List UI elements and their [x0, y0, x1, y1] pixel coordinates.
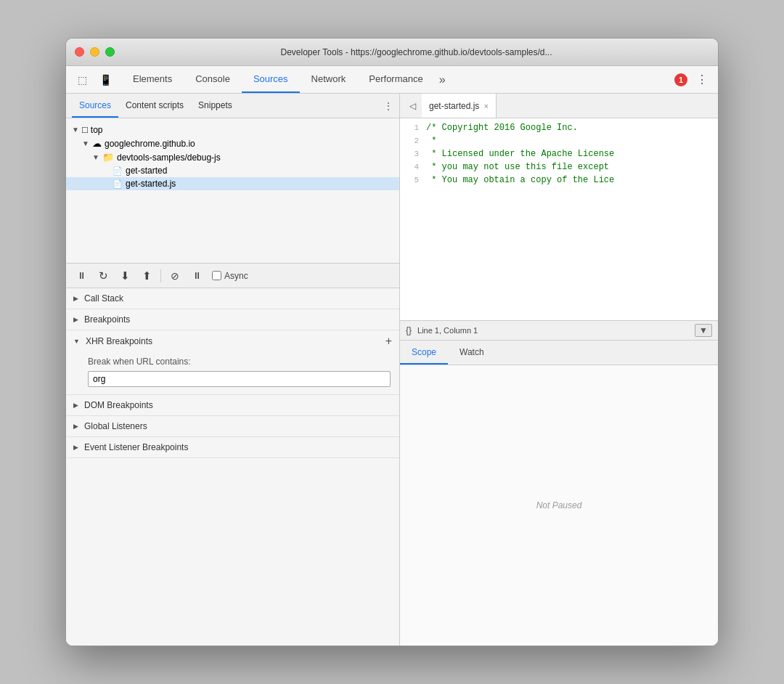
debug-toolbar: ⏸ ↻ ⬇ ⬆ ⊘ ⏸ Async: [66, 264, 399, 288]
code-editor[interactable]: 1 /* Copyright 2016 Google Inc. 2 * 3 * …: [400, 118, 718, 320]
pause-button[interactable]: ⏸: [72, 266, 91, 285]
left-panel: Sources Content scripts Snippets ⋮ ▼ □ t…: [66, 94, 400, 646]
editor-tab-close[interactable]: ×: [483, 102, 488, 110]
tab-elements[interactable]: Elements: [121, 66, 184, 93]
window-title: Developer Tools - https://googlechrome.g…: [123, 47, 709, 57]
titlebar: Developer Tools - https://googlechrome.g…: [66, 38, 718, 66]
editor-tabs: ◁ get-started.js ×: [400, 94, 718, 118]
async-checkbox-area: Async: [212, 271, 248, 281]
tab-watch[interactable]: Watch: [448, 341, 496, 365]
editor-status: {} Line 1, Column 1 ▼: [400, 320, 718, 341]
breakpoints-arrow: ▶: [73, 316, 78, 323]
error-count-area: 1: [674, 73, 687, 86]
step-into-button[interactable]: ⬇: [115, 266, 134, 285]
code-line-1: 1 /* Copyright 2016 Google Inc.: [400, 121, 718, 134]
xhr-break-label: Break when URL contains:: [88, 357, 391, 367]
right-panel: ◁ get-started.js × 1 /* Copyright 2016 G…: [400, 94, 718, 646]
debug-sep: [160, 269, 161, 282]
tab-sources[interactable]: Sources: [242, 66, 300, 93]
cloud-icon: ☁: [92, 138, 102, 149]
code-area: ◁ get-started.js × 1 /* Copyright 2016 G…: [400, 94, 718, 341]
event-listener-section: ▶ Event Listener Breakpoints: [66, 437, 399, 458]
async-checkbox[interactable]: [212, 271, 221, 280]
device-icon[interactable]: 📱: [95, 70, 115, 89]
subtab-sources[interactable]: Sources: [72, 94, 118, 118]
error-badge: 1: [674, 73, 687, 86]
code-line-3: 3 * Licensed under the Apache License: [400, 147, 718, 160]
toolbar-right: 1 ⋮: [674, 70, 712, 89]
code-line-4: 4 * you may not use this file except: [400, 160, 718, 174]
tree-item-top[interactable]: ▼ □ top: [66, 123, 399, 137]
subtab-snippets[interactable]: Snippets: [191, 94, 240, 118]
devtools-window: Developer Tools - https://googlechrome.g…: [65, 38, 719, 646]
xhr-content: Break when URL contains:: [66, 352, 399, 394]
tab-console[interactable]: Console: [184, 66, 242, 93]
sources-subtabs: Sources Content scripts Snippets ⋮: [66, 94, 399, 118]
file-icon-gs: 📄: [113, 166, 123, 176]
call-stack-header[interactable]: ▶ Call Stack: [66, 288, 399, 309]
step-over-button[interactable]: ↻: [94, 266, 113, 285]
xhr-url-input[interactable]: [88, 371, 391, 387]
scope-watch-panel: Scope Watch Not Paused: [400, 341, 718, 646]
breakpoints-section: ▶ Breakpoints: [66, 309, 399, 330]
js-file-icon: 📄: [113, 179, 123, 189]
subtab-content-scripts[interactable]: Content scripts: [118, 94, 191, 118]
tree-item-get-started-js[interactable]: ▶ 📄 get-started.js: [66, 177, 399, 190]
code-line-2: 2 *: [400, 134, 718, 147]
global-listeners-header[interactable]: ▶ Global Listeners: [66, 416, 399, 436]
xhr-breakpoints-section: ▼ XHR Breakpoints + Break when URL conta…: [66, 330, 399, 395]
file-tree: ▼ □ top ▼ ☁ googlechrome.github.io ▼ 📁 d…: [66, 118, 399, 264]
folder-icon: 📁: [102, 152, 114, 163]
close-button[interactable]: [75, 47, 84, 57]
step-out-button[interactable]: ⬆: [137, 266, 156, 285]
toolbar-icons: ⬚ 📱: [72, 70, 115, 89]
coverage-button[interactable]: ▼: [695, 324, 712, 337]
maximize-button[interactable]: [105, 47, 115, 57]
breakpoints-header[interactable]: ▶ Breakpoints: [66, 309, 399, 330]
minimize-button[interactable]: [90, 47, 99, 57]
event-listener-header[interactable]: ▶ Event Listener Breakpoints: [66, 437, 399, 457]
global-listeners-section: ▶ Global Listeners: [66, 416, 399, 437]
tree-item-folder[interactable]: ▼ 📁 devtools-samples/debug-js: [66, 150, 399, 164]
inspect-icon[interactable]: ⬚: [72, 70, 92, 89]
subtab-more-button[interactable]: ⋮: [383, 100, 393, 112]
dom-arrow: ▶: [73, 402, 78, 409]
xhr-breakpoints-header[interactable]: ▼ XHR Breakpoints +: [66, 330, 399, 352]
menu-button[interactable]: ⋮: [692, 70, 712, 89]
not-paused-text: Not Paused: [400, 365, 718, 646]
code-line-5: 5 * You may obtain a copy of the Lice: [400, 174, 718, 187]
pause-exception-button[interactable]: ⏸: [187, 266, 206, 285]
scope-content: Not Paused: [400, 365, 718, 646]
tree-arrow-top: ▼: [72, 126, 82, 134]
tab-network[interactable]: Network: [300, 66, 358, 93]
main-tabs: Elements Console Sources Network Perform…: [121, 66, 450, 93]
breakpoints-panel: ▶ Call Stack ▶ Breakpoints ▼ XHR Breakpo: [66, 288, 399, 646]
more-tabs-button[interactable]: »: [435, 66, 450, 93]
dom-breakpoints-section: ▶ DOM Breakpoints: [66, 395, 399, 416]
cursor-position: Line 1, Column 1: [417, 326, 478, 335]
tree-arrow-folder: ▼: [92, 153, 102, 161]
xhr-arrow: ▼: [73, 338, 80, 345]
editor-tab-get-started-js[interactable]: get-started.js ×: [422, 94, 497, 118]
devtools-body: Sources Content scripts Snippets ⋮ ▼ □ t…: [66, 94, 718, 646]
call-stack-section: ▶ Call Stack: [66, 288, 399, 309]
xhr-add-button[interactable]: +: [385, 335, 392, 347]
traffic-lights: [75, 47, 115, 57]
pretty-print-button[interactable]: {}: [406, 325, 412, 335]
event-arrow: ▶: [73, 444, 78, 451]
editor-sidebar-toggle[interactable]: ◁: [403, 97, 422, 115]
deactivate-button[interactable]: ⊘: [166, 266, 184, 285]
dom-breakpoints-header[interactable]: ▶ DOM Breakpoints: [66, 395, 399, 415]
tree-item-get-started[interactable]: ▶ 📄 get-started: [66, 164, 399, 177]
folder-icon-top: □: [82, 124, 88, 135]
main-toolbar: ⬚ 📱 Elements Console Sources Network Per…: [66, 66, 718, 94]
global-arrow: ▶: [73, 423, 78, 430]
call-stack-arrow: ▶: [73, 295, 78, 302]
scope-watch-tabs: Scope Watch: [400, 341, 718, 365]
tree-arrow-domain: ▼: [82, 139, 92, 147]
tree-item-domain[interactable]: ▼ ☁ googlechrome.github.io: [66, 137, 399, 150]
tab-scope[interactable]: Scope: [400, 341, 448, 365]
tab-performance[interactable]: Performance: [357, 66, 434, 93]
